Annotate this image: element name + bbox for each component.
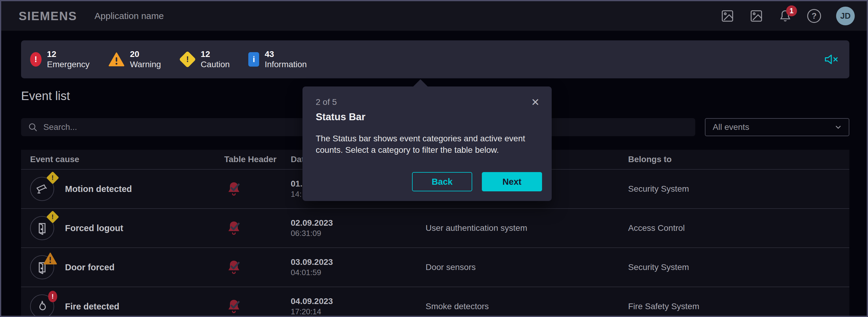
table-row[interactable]: ! Fire detected 04.09.2023 17:20:14 Smok… (21, 287, 849, 317)
user-avatar[interactable]: JD (836, 7, 855, 25)
next-button[interactable]: Next (482, 172, 542, 191)
event-type-avatar: ! (30, 177, 54, 201)
image-icon[interactable] (749, 9, 763, 23)
events-filter-value: All events (713, 122, 749, 132)
event-cause-label: Fire detected (65, 301, 120, 312)
event-type-avatar (30, 255, 54, 279)
event-belongs-to: Security System (628, 184, 849, 194)
status-bar: ! 12 Emergency 20 Warning (21, 40, 849, 78)
emergency-severity-badge: ! (48, 291, 57, 302)
status-item-emergency[interactable]: ! 12 Emergency (30, 49, 90, 69)
event-source: Smoke detectors (426, 301, 628, 311)
notifications-bell-icon[interactable]: 1 (778, 9, 792, 23)
status-item-warning[interactable]: 20 Warning (108, 49, 161, 69)
event-belongs-to: Security System (628, 262, 849, 272)
image-icon[interactable] (720, 9, 734, 23)
status-item-caution[interactable]: ! 12 Caution (180, 49, 230, 69)
event-date: 03.09.2023 (291, 257, 426, 267)
event-source: User authentication system (426, 223, 628, 233)
event-time: 17:20:14 (291, 307, 426, 317)
caution-severity-badge: ! (48, 212, 57, 222)
caution-diamond-icon: ! (179, 51, 196, 68)
table-row[interactable]: ! Forced logout 02.09.2023 06:31:09 User… (21, 208, 849, 248)
information-label: Information (265, 59, 307, 69)
help-icon[interactable]: ? (807, 9, 821, 23)
event-time: 06:31:09 (291, 228, 426, 239)
event-cause-label: Forced logout (65, 223, 123, 233)
event-cause-label: Motion detected (65, 184, 132, 194)
top-bar: SIEMENS Application name 1 (1, 1, 867, 31)
status-bar-items: ! 12 Emergency 20 Warning (21, 49, 307, 69)
events-filter-dropdown[interactable]: All events (705, 118, 849, 136)
emergency-badge-icon: ! (30, 52, 41, 66)
top-bar-actions: 1 ? JD (720, 1, 855, 31)
table-row[interactable]: Door forced 03.09.2023 04:01:59 Door sen… (21, 248, 849, 287)
information-count: 43 (265, 49, 307, 59)
emergency-label: Emergency (47, 59, 90, 69)
app-window: SIEMENS Application name 1 (0, 0, 868, 317)
chevron-down-icon (834, 123, 843, 132)
mute-speaker-icon[interactable] (824, 40, 839, 78)
event-type-avatar: ! (30, 294, 54, 317)
alarm-acknowledged-bell-icon[interactable] (224, 259, 291, 276)
event-date: 02.09.2023 (291, 218, 426, 228)
tour-step-indicator: 2 of 5 (316, 97, 538, 107)
emergency-count: 12 (47, 49, 90, 59)
column-event-cause[interactable]: Event cause (30, 154, 224, 164)
alarm-acknowledged-bell-icon[interactable] (224, 220, 291, 236)
status-item-information[interactable]: i 43 Information (248, 49, 307, 69)
back-button[interactable]: Back (412, 172, 472, 191)
information-icon: i (248, 52, 259, 66)
event-cause-label: Door forced (65, 262, 114, 272)
close-icon[interactable]: ✕ (531, 96, 540, 108)
event-belongs-to: Fire Safety System (628, 301, 849, 311)
flame-icon (35, 299, 49, 313)
warning-triangle-icon (108, 52, 125, 66)
door-icon (35, 221, 49, 235)
caution-label: Caution (201, 59, 230, 69)
search-icon (28, 122, 38, 132)
warning-count: 20 (130, 49, 161, 59)
column-belongs-to[interactable]: Belongs to (628, 154, 849, 164)
alarm-acknowledged-bell-icon[interactable] (224, 298, 291, 315)
warning-severity-badge (43, 252, 57, 267)
event-source: Door sensors (426, 262, 628, 272)
page-title: Event list (21, 89, 70, 103)
application-name: Application name (94, 11, 164, 21)
tour-popup: 2 of 5 ✕ Status Bar The Status bar shows… (303, 86, 552, 201)
popup-title: Status Bar (316, 111, 538, 123)
event-type-avatar: ! (30, 216, 54, 240)
column-table-header[interactable]: Table Header (224, 154, 291, 164)
warning-label: Warning (130, 59, 161, 69)
siemens-logo: SIEMENS (19, 9, 77, 23)
notification-count-badge: 1 (786, 5, 797, 16)
popup-body-text: The Status bar shows event categories an… (316, 133, 538, 156)
cctv-camera-icon (35, 182, 49, 196)
alarm-acknowledged-bell-icon[interactable] (224, 180, 291, 197)
event-time: 04:01:59 (291, 267, 426, 278)
popup-pointer-arrow (413, 79, 428, 86)
event-belongs-to: Access Control (628, 223, 849, 233)
caution-severity-badge: ! (48, 173, 57, 182)
caution-count: 12 (201, 49, 230, 59)
event-date: 04.09.2023 (291, 296, 426, 307)
